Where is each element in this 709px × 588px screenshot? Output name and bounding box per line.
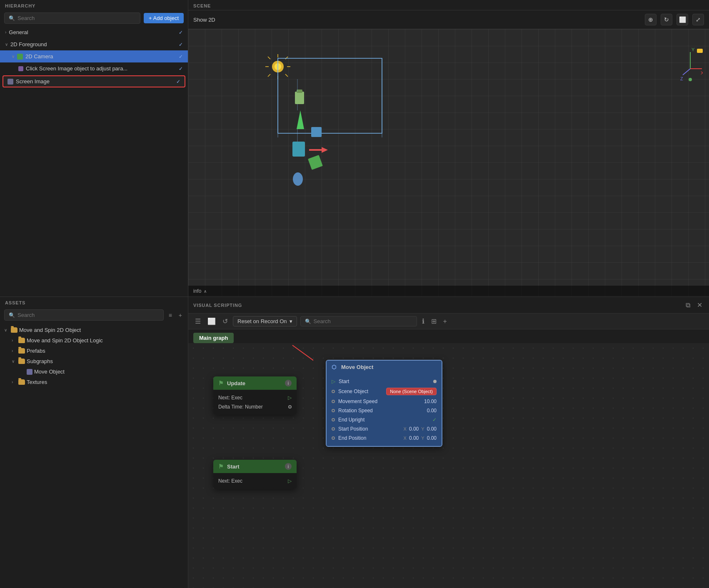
scene-objects bbox=[188, 29, 709, 296]
port-dot-icon bbox=[332, 400, 335, 403]
exec-arrow-icon: ▷ bbox=[288, 395, 292, 401]
assets-tree-item-move-object[interactable]: Move Object bbox=[0, 366, 188, 377]
vs-refresh-button[interactable]: ↺ bbox=[221, 316, 230, 326]
svg-rect-26 bbox=[311, 127, 322, 137]
vs-search-input[interactable] bbox=[314, 318, 412, 324]
hierarchy-item-general[interactable]: › General ✓ bbox=[0, 26, 188, 38]
end-pos-y: 0.00 bbox=[427, 435, 437, 441]
move-tool-button[interactable]: ⊕ bbox=[645, 14, 657, 25]
port-label: End Upright bbox=[338, 417, 364, 423]
svg-line-13 bbox=[285, 74, 288, 77]
hierarchy-item-helper[interactable]: Click Screen Image object to adjust para… bbox=[0, 62, 188, 75]
move-object-rotation-speed-port: Rotation Speed 0.00 bbox=[327, 406, 442, 415]
hierarchy-search-input[interactable] bbox=[17, 15, 136, 21]
port-dot-icon bbox=[332, 418, 335, 421]
chevron-right-icon: › bbox=[5, 30, 6, 35]
search-icon: 🔍 bbox=[305, 319, 311, 324]
rotate-tool-button[interactable]: ↻ bbox=[661, 14, 672, 25]
hierarchy-item-label: Click Screen Image object to adjust para… bbox=[26, 65, 179, 72]
port-label: Start bbox=[339, 379, 349, 384]
y-label: Y bbox=[421, 436, 424, 441]
port-dot-icon bbox=[332, 427, 335, 431]
chevron-down-icon: ∨ bbox=[12, 54, 15, 59]
svg-line-11 bbox=[285, 57, 288, 59]
svg-rect-18 bbox=[278, 58, 382, 133]
assets-tree-item-prefabs[interactable]: › Prefabs bbox=[0, 346, 188, 356]
end-pos-x: 0.00 bbox=[409, 435, 419, 441]
folder-icon bbox=[11, 327, 17, 333]
move-object-node-header: ⬡ Move Object bbox=[327, 361, 442, 374]
checkmark-icon: ✓ bbox=[176, 79, 180, 85]
assets-title: ASSETS bbox=[0, 297, 188, 307]
vs-search-wrap[interactable]: 🔍 bbox=[300, 316, 417, 326]
camera-icon bbox=[17, 54, 23, 60]
checkmark-icon: ✓ bbox=[179, 30, 183, 35]
assets-panel: ASSETS 🔍 ≡ + ∨ Move and Spin 2D Object ›… bbox=[0, 297, 188, 588]
checkmark-icon: ✓ bbox=[432, 417, 437, 423]
svg-line-17 bbox=[268, 57, 270, 59]
hierarchy-item-label: General bbox=[9, 29, 179, 35]
info-chevron-icon: ∧ bbox=[204, 289, 207, 294]
exec-arrow-icon: ▷ bbox=[288, 478, 292, 484]
vs-menu-button[interactable]: ☰ bbox=[193, 316, 202, 326]
vs-title: VISUAL SCRIPTING bbox=[193, 303, 681, 308]
assets-filter-button[interactable]: ≡ bbox=[167, 311, 174, 319]
start-next-exec-port: Next: Exec ▷ bbox=[213, 476, 297, 486]
hierarchy-item-2d-camera[interactable]: ∨ 2D Camera ✓ bbox=[0, 50, 188, 62]
camera-tool-button[interactable]: ⤢ bbox=[692, 14, 704, 25]
vs-layout-button[interactable]: ⬜ bbox=[206, 316, 217, 326]
port-dot-icon bbox=[288, 405, 292, 409]
move-object-start-port: ▷ Start bbox=[327, 377, 442, 386]
vs-close-button[interactable]: ✕ bbox=[695, 300, 704, 310]
show-2d-label: Show 2D bbox=[193, 17, 215, 23]
update-delta-time-port: Delta Time: Number bbox=[213, 402, 297, 411]
update-node-header: ⚑ Update i bbox=[213, 376, 297, 390]
vs-external-link-button[interactable]: ⧉ bbox=[684, 301, 692, 310]
visual-scripting-panel: VISUAL SCRIPTING ⧉ ✕ ☰ ⬜ ↺ Reset on Reco… bbox=[188, 297, 709, 588]
hierarchy-search-wrap[interactable]: 🔍 bbox=[4, 12, 140, 24]
vs-add-button[interactable]: + bbox=[442, 317, 449, 326]
tree-item-label: Textures bbox=[27, 379, 47, 385]
tree-item-label: Move Object bbox=[34, 369, 65, 375]
assets-tree-item-subgraphs[interactable]: ∨ Subgraphs bbox=[0, 356, 188, 366]
port-label: End Position bbox=[338, 435, 366, 441]
assets-tree-item-textures[interactable]: › Textures bbox=[0, 377, 188, 387]
hierarchy-panel: HIERARCHY 🔍 + Add object › General ✓ ∨ 2… bbox=[0, 0, 188, 296]
assets-search-input[interactable] bbox=[17, 312, 159, 318]
vs-canvas[interactable]: ⚑ Update i Next: Exec ▷ Delta Time: Numb… bbox=[188, 343, 709, 588]
screen-icon bbox=[7, 79, 13, 85]
vs-mode-dropdown[interactable]: Reset on Record On ▾ bbox=[233, 316, 297, 326]
hierarchy-item-screen-image[interactable]: Screen Image ✓ bbox=[2, 75, 185, 87]
hierarchy-item-2d-foreground[interactable]: ∨ 2D Foreground ✓ bbox=[0, 38, 188, 50]
main-graph-tab[interactable]: Main graph bbox=[193, 333, 234, 343]
update-node-body: Next: Exec ▷ Delta Time: Number bbox=[213, 390, 297, 415]
svg-rect-27 bbox=[308, 155, 323, 170]
port-dot-icon bbox=[332, 409, 335, 412]
y-label: Y bbox=[421, 426, 424, 431]
assets-tree: ∨ Move and Spin 2D Object › Move and Spi… bbox=[0, 323, 188, 588]
assets-search-wrap[interactable]: 🔍 bbox=[4, 309, 164, 321]
port-label: Next: Exec bbox=[218, 478, 242, 484]
folder-icon bbox=[18, 338, 25, 343]
vs-info-button[interactable]: ℹ bbox=[420, 316, 426, 326]
svg-rect-24 bbox=[292, 142, 305, 157]
hierarchy-item-label: Screen Image bbox=[16, 78, 50, 85]
assets-add-button[interactable]: + bbox=[177, 311, 184, 319]
assets-tree-item-move-spin[interactable]: ∨ Move and Spin 2D Object bbox=[0, 325, 188, 335]
assets-tree-item-logic[interactable]: › Move and Spin 2D Object Logic bbox=[0, 335, 188, 346]
svg-rect-21 bbox=[295, 92, 304, 104]
node-icon bbox=[27, 369, 32, 375]
move-object-node-title: Move Object bbox=[341, 364, 373, 370]
scale-tool-button[interactable]: ⬜ bbox=[677, 14, 688, 25]
object-icon bbox=[18, 66, 23, 71]
svg-line-15 bbox=[268, 74, 270, 77]
folder-icon bbox=[18, 348, 25, 354]
hierarchy-item-label: 2D Camera bbox=[25, 53, 179, 60]
add-object-button[interactable]: + Add object bbox=[144, 13, 184, 23]
chevron-right-icon: › bbox=[12, 349, 17, 353]
port-label: Start Position bbox=[338, 426, 368, 432]
hierarchy-title: HIERARCHY bbox=[0, 0, 188, 10]
svg-marker-25 bbox=[309, 147, 328, 153]
vs-calendar-button[interactable]: ⊞ bbox=[429, 316, 438, 326]
node-info-icon: i bbox=[285, 463, 292, 470]
